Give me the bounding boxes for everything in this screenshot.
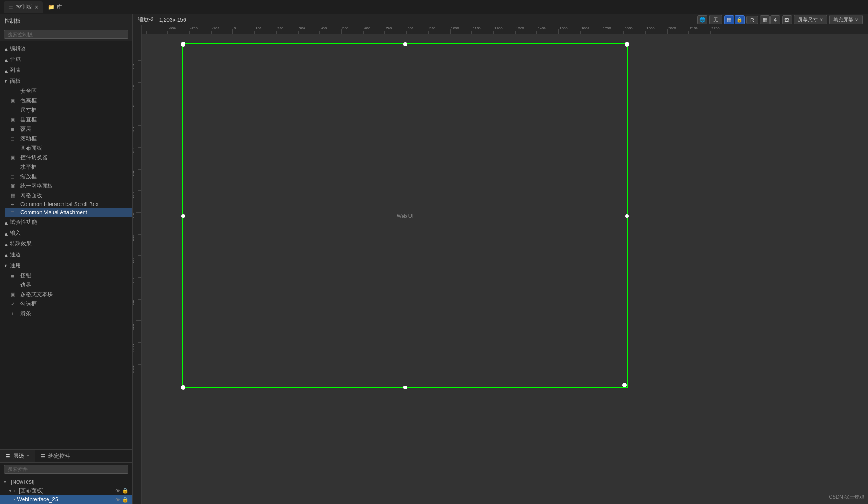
tree-item-1[interactable]: □边界	[5, 280, 132, 290]
svg-text:400: 400	[133, 192, 135, 198]
toolbar-grid-btn[interactable]: ▦	[760, 15, 770, 24]
section-header-editor[interactable]: ▶编辑器	[0, 43, 132, 54]
section-items-panel: □安全区▣包裹框□尺寸框▣垂直框■覆层□滚动框□画布面板▣控件切换器□水平框□缩…	[0, 86, 132, 217]
item-label-4: 滑条	[20, 310, 31, 317]
item-icon-4: +	[11, 311, 18, 316]
ruler-row-top: -300-200-1000100200300400500600700800900…	[133, 25, 868, 34]
toolbar-lock-btn[interactable]: 🔒	[735, 15, 745, 24]
section-label-list: 列表	[10, 66, 21, 74]
canvas-inner: -300-200-1000100200300400500600700800900…	[133, 25, 868, 504]
handle-ml[interactable]	[181, 214, 185, 218]
item-icon-6: □	[11, 146, 18, 151]
section-composite: ▶合成	[0, 54, 132, 65]
svg-text:700: 700	[386, 26, 392, 30]
tree-item-6[interactable]: □画布面板	[5, 143, 132, 153]
handle-bm[interactable]	[403, 386, 407, 389]
section-label-panel: 面板	[10, 77, 21, 85]
tree-item-1[interactable]: ▣包裹框	[5, 96, 132, 105]
layer-actions-canvas: 👁 🔒	[115, 488, 128, 494]
toolbar-screen-size-btn[interactable]: 屏幕尺寸 ∨	[794, 15, 827, 24]
tree-item-3[interactable]: ✓勾选框	[5, 299, 132, 309]
svg-text:2200: 2200	[711, 26, 720, 30]
layer-item-webinterface[interactable]: • WebInterface_25 👁 🔒	[0, 495, 132, 504]
item-icon-8: □	[11, 165, 18, 170]
item-icon-0: □	[11, 89, 18, 94]
bindings-icon: ☰	[41, 453, 46, 460]
svg-text:800: 800	[133, 278, 135, 285]
arrow-icon-general: ▼	[4, 264, 8, 268]
tab-controls[interactable]: ☰ 控制板 ×	[4, 1, 43, 13]
toolbar-R-btn[interactable]: R	[746, 16, 758, 24]
section-panel: ▼面板□安全区▣包裹框□尺寸框▣垂直框■覆层□滚动框□画布面板▣控件切换器□水平…	[0, 76, 132, 217]
search-input[interactable]	[4, 30, 128, 39]
canvas-viewport[interactable]: Web UI CSDN @王炸鸡	[142, 34, 868, 504]
svg-text:1200: 1200	[133, 365, 135, 373]
tab-layers-close[interactable]: ×	[27, 454, 29, 459]
svg-text:900: 900	[133, 300, 135, 306]
toolbar-image-btn[interactable]: 🖼	[782, 15, 792, 24]
toolbar-none-btn[interactable]: 无	[709, 15, 722, 24]
toolbar-blue-btn1[interactable]: ▦	[724, 15, 734, 24]
section-header-list[interactable]: ▶列表	[0, 65, 132, 75]
tree-item-2[interactable]: □尺寸框	[5, 105, 132, 115]
layer-item-newtest[interactable]: ▼ [NewTest]	[0, 478, 132, 486]
handle-tm[interactable]	[403, 42, 407, 46]
item-icon-4: ■	[11, 127, 18, 132]
tab-controls-close[interactable]: ×	[35, 4, 38, 10]
tree-item-5[interactable]: □滚动框	[5, 134, 132, 143]
top-bar: ☰ 控制板 × 📁 库	[0, 0, 868, 14]
section-header-panel[interactable]: ▼面板	[0, 76, 132, 86]
section-header-special[interactable]: ▶特殊效果	[0, 239, 132, 249]
handle-tl[interactable]	[181, 42, 185, 47]
toolbar-grid-num: 4	[774, 17, 777, 23]
tab-bindings[interactable]: ☰ 绑定控件	[35, 450, 76, 462]
layer-actions-webinterface: 👁 🔒	[115, 497, 128, 503]
layer-item-canvas[interactable]: ▼ □ [画布面板] 👁 🔒	[0, 486, 132, 495]
tree-item-4[interactable]: ■覆层	[5, 124, 132, 134]
section-header-experimental[interactable]: ▶试验性功能	[0, 217, 132, 227]
toolbar-grid-num-btn[interactable]: 4	[770, 15, 780, 24]
item-label-5: 滚动框	[20, 135, 37, 142]
expand-icon: ▼	[3, 480, 7, 485]
handle-bl[interactable]	[181, 385, 185, 390]
toolbar-fill-screen-btn[interactable]: 填充屏幕 ∨	[829, 15, 863, 24]
globe-icon-btn[interactable]: 🌐	[697, 15, 707, 24]
tree-item-0[interactable]: ■按钮	[5, 271, 132, 280]
tree-item-9[interactable]: □缩放框	[5, 172, 132, 181]
tree-item-8[interactable]: □水平框	[5, 162, 132, 172]
tree-item-13[interactable]: □Common Visual Attachment	[5, 208, 132, 217]
svg-text:1900: 1900	[646, 26, 655, 30]
tree-item-3[interactable]: ▣垂直框	[5, 115, 132, 124]
svg-rect-0	[142, 25, 868, 34]
visibility-icon-canvas[interactable]: 👁	[115, 488, 120, 494]
canvas-element-label: Web UI	[397, 213, 413, 219]
tab-layers[interactable]: ☰ 层级 ×	[0, 450, 35, 462]
tree-item-2[interactable]: ▣多格式文本块	[5, 290, 132, 299]
lock-icon-webinterface[interactable]: 🔒	[122, 497, 128, 503]
handle-br[interactable]	[622, 383, 627, 387]
tree-item-0[interactable]: □安全区	[5, 86, 132, 96]
tree-item-7[interactable]: ▣控件切换器	[5, 153, 132, 162]
handle-mr[interactable]	[625, 214, 629, 218]
section-header-general[interactable]: ▼通用	[0, 260, 132, 271]
section-header-channel[interactable]: ▶通道	[0, 250, 132, 260]
svg-text:2000: 2000	[668, 26, 676, 30]
section-header-composite[interactable]: ▶合成	[0, 54, 132, 65]
tree-item-4[interactable]: +滑条	[5, 309, 132, 318]
canvas-element-webinterface[interactable]: Web UI	[182, 43, 628, 388]
svg-text:2100: 2100	[690, 26, 698, 30]
item-label-1: 边界	[20, 281, 31, 289]
tree-item-10[interactable]: ▣统一网格面板	[5, 181, 132, 191]
section-header-input[interactable]: ▶输入	[0, 228, 132, 238]
vertical-ruler: -200-10001002003004005006007008009001000…	[133, 34, 142, 504]
ruler-v-svg: -200-10001002003004005006007008009001000…	[133, 34, 142, 504]
layer-search-input[interactable]	[4, 465, 128, 474]
tree-item-12[interactable]: ↵Common Hierarchical Scroll Box	[5, 200, 132, 208]
handle-tr[interactable]	[625, 42, 629, 47]
item-icon-5: □	[11, 136, 18, 141]
lock-icon-canvas[interactable]: 🔒	[122, 488, 128, 494]
horizontal-ruler: -300-200-1000100200300400500600700800900…	[142, 25, 868, 34]
visibility-icon-webinterface[interactable]: 👁	[115, 497, 120, 503]
tree-item-11[interactable]: ▦网格面板	[5, 191, 132, 200]
toolbar-fill-screen-label: 填充屏幕 ∨	[833, 16, 859, 23]
